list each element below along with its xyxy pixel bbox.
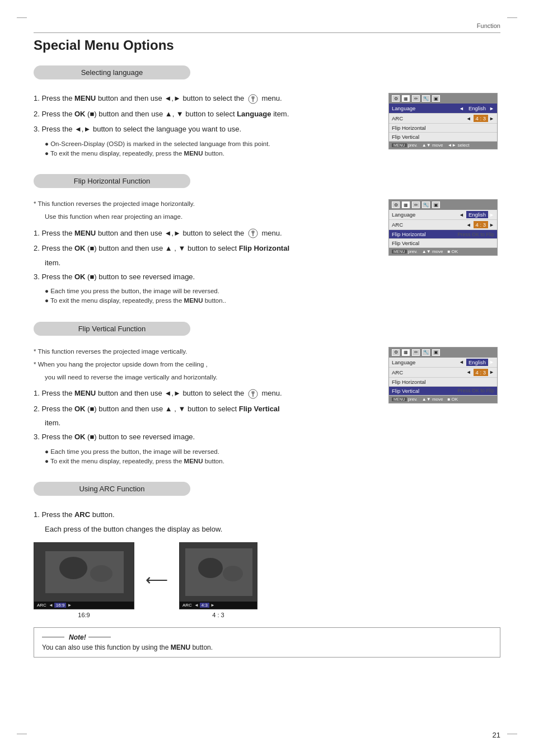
step-menu-bold-1: MENU xyxy=(74,94,96,102)
step-ok-bold-fliph-3: OK xyxy=(74,273,86,281)
note-title: Note! xyxy=(42,633,492,641)
step-text-1-arc: button. xyxy=(90,510,114,519)
menu-row-fliph-fliph-label: Flip Horizontal xyxy=(392,231,455,237)
arc-screenshot-inner-169 xyxy=(34,543,134,609)
note-text-before: You can also use this function by using … xyxy=(42,644,171,651)
menu-row-flipv-fliph-label: Flip Horizontal xyxy=(392,379,494,385)
section-content-flip-vertical: * This function reverses the projected i… xyxy=(34,347,500,467)
menu-row-flipv-arc: ARC ◄ 4 : 3 ► xyxy=(389,368,497,378)
page-container: — — — — Function Special Menu Options Se… xyxy=(0,0,534,756)
wrench-icon-1 xyxy=(248,94,258,104)
note-line-left xyxy=(42,637,64,637)
menu-row-fliph-fliph: Flip Horizontal Press OK to Flip xyxy=(389,230,497,239)
step-ok-bold-flipv-3: OK xyxy=(74,433,86,441)
menu-icon-flipv-screen: ▣ xyxy=(432,349,440,356)
step-flipv-bold-2: Flip Vertical xyxy=(239,405,280,413)
step-3-note-2-lang: To exit the menu display, repeatedly, pr… xyxy=(45,149,377,158)
corner-mark-tr: — xyxy=(507,11,517,23)
menu-icon-fliph-screen: ▣ xyxy=(432,201,440,208)
step-1-lang: 1. Press the MENU button and then use ◄,… xyxy=(34,93,377,104)
step-ok-bold-2: OK xyxy=(74,110,86,118)
note-title-text: Note! xyxy=(69,633,86,641)
svg-point-8 xyxy=(59,557,87,579)
step-3-fliph: 3. Press the OK (■) button to see revers… xyxy=(34,271,377,283)
step-num-1-arc: 1. Press the xyxy=(34,510,74,519)
arc-svg-169 xyxy=(34,543,134,609)
menu-row-flipv-action: Press OK to Flip xyxy=(457,388,494,393)
svg-point-13 xyxy=(223,566,243,581)
menu-footer-fliph-menu: MENU prev. xyxy=(392,249,418,254)
step-arc-bold: ARC xyxy=(74,510,90,519)
step-num-1-flipv: 1. Press the xyxy=(34,389,74,397)
menu-row-lang-label: Language xyxy=(392,105,459,111)
menu-row-fliph-action: Press OK to Flip xyxy=(457,232,494,237)
arc-svg-43 xyxy=(180,543,257,609)
step-3-flipv: 3. Press the OK (■) button to see revers… xyxy=(34,431,377,443)
step-num-1-fliph: 1. Press the xyxy=(34,229,74,237)
menu-ui-fliph-header: ⚙ ▦ ✏ 🔧 ▣ xyxy=(389,200,497,210)
step-3-note-2-flipv: To exit the menu display, repeatedly, pr… xyxy=(45,457,377,466)
menu-footer-lang: MENU prev. ▲▼ move ◄► select xyxy=(389,142,497,149)
menu-ui-lang-box: ⚙ ▦ ✏ 🔧 ▣ Language ◄ English ► ARC xyxy=(388,93,498,149)
arc-bar-value-43: 4:3 xyxy=(200,603,209,608)
arc-image-43: ARC ◄ 4:3 ► 4 : 3 xyxy=(179,542,257,618)
section-flip-vertical: Flip Vertical Function * This function r… xyxy=(34,322,500,467)
menu-row-fliph-lang-value: English xyxy=(466,211,488,218)
menu-row-fliph-language: Language ◄ English ► xyxy=(389,210,497,220)
menu-row-flipv-arc-label: ARC xyxy=(392,369,466,375)
step-text-fliph-2: (■) button and then use ▲ , ▼ button to … xyxy=(85,244,238,252)
menu-footer-flipv-move: ▲▼ move xyxy=(422,397,443,402)
step-text-fliph-3: (■) button to see reversed image. xyxy=(85,273,195,281)
menu-footer-item-move: ▲▼ move xyxy=(422,143,443,148)
arc-images: ARC ◄ 16:9 ► 16:9 ⟵ xyxy=(34,542,500,618)
menu-row-flipv-language: Language ◄ English ► xyxy=(389,358,497,368)
corner-mark-br: — xyxy=(507,727,517,739)
asterisk-fliph-1: * This function reverses the projected i… xyxy=(34,199,377,209)
menu-btn-label: MENU xyxy=(392,143,407,147)
menu-row-fliph-arc-label: ARC xyxy=(392,222,466,228)
arc-bar-label-169: ARC xyxy=(37,603,46,608)
asterisk-flipv-1: * This function reverses the projected i… xyxy=(34,347,377,356)
section-header-flip-horizontal: Flip Horizontal Function xyxy=(34,174,190,188)
menu-row-fliph-lang-label: Language xyxy=(392,212,459,218)
menu-ui-fliph: ⚙ ▦ ✏ 🔧 ▣ Language ◄ English ► ARC xyxy=(388,199,500,306)
menu-row-lang-value: English xyxy=(466,105,488,112)
menu-row-flipv-lang-value: English xyxy=(466,359,488,366)
menu-icon-grid: ▦ xyxy=(402,95,410,102)
step-1-arc-sub: Each press of the button changes the dis… xyxy=(45,525,500,533)
menu-footer-flipv-menu: MENU prev. xyxy=(392,397,418,402)
note-text-bold: MENU xyxy=(171,644,190,651)
arc-bottom-bar-169: ARC ◄ 16:9 ► xyxy=(34,602,134,609)
step-text-flipv-2: (■) button and then use ▲ , ▼ button to … xyxy=(85,405,238,413)
svg-point-9 xyxy=(90,565,113,582)
menu-row-lang-arc: ARC ◄ 4 : 3 ► xyxy=(389,114,497,124)
menu-ui-flipv-header: ⚙ ▦ ✏ 🔧 ▣ xyxy=(389,348,497,358)
menu-footer-fliph-move: ▲▼ move xyxy=(422,249,443,254)
asterisk-flipv-3: you will need to reverse the image verti… xyxy=(45,373,377,382)
arc-bar-value-169: 16:9 xyxy=(54,603,67,608)
menu-icon-wrench: 🔧 xyxy=(422,95,430,102)
step-num-2-lang: 2. Press the xyxy=(34,110,74,118)
menu-row-fliph-arc-value: 4 : 3 xyxy=(474,221,489,228)
step-3-note-1-lang: On-Screen-Display (OSD) is marked in the… xyxy=(45,139,377,149)
menu-icon-flipv-wrench: 🔧 xyxy=(422,349,430,356)
wrench-icon-flipv xyxy=(248,389,258,399)
step-2-fliph-item: item. xyxy=(45,259,377,267)
section-selecting-language: Selecting language 1. Press the MENU but… xyxy=(34,65,500,158)
step-menu-fliph: menu. xyxy=(261,229,282,237)
menu-ui-flipv-box: ⚙ ▦ ✏ 🔧 ▣ Language ◄ English ► ARC xyxy=(388,347,498,403)
step-num-1-lang: 1. Press the xyxy=(34,94,74,102)
menu-footer-flipv: MENU prev. ▲▼ move ■ OK xyxy=(389,396,497,403)
asterisk-fliph-2: Use this function when rear projecting a… xyxy=(45,212,377,222)
page-header: Function xyxy=(34,22,500,33)
menu-footer-fliph-ok: ■ OK xyxy=(447,249,458,254)
step-3-lang: 3. Press the ◄,► button to select the la… xyxy=(34,124,377,135)
step-text-1-lang: button and then use ◄,► button to select… xyxy=(96,94,246,102)
menu-ui-flipv: ⚙ ▦ ✏ 🔧 ▣ Language ◄ English ► ARC xyxy=(388,347,500,467)
page-title: Special Menu Options xyxy=(34,37,500,53)
menu-row-fliph-flipv-label: Flip Vertical xyxy=(392,240,494,246)
step-item-2-lang: item. xyxy=(271,110,289,118)
step-2-flipv-item: item. xyxy=(45,419,377,427)
step-num-3-fliph: 3. Press the xyxy=(34,273,74,281)
menu-row-lang-language: Language ◄ English ► xyxy=(389,104,497,114)
